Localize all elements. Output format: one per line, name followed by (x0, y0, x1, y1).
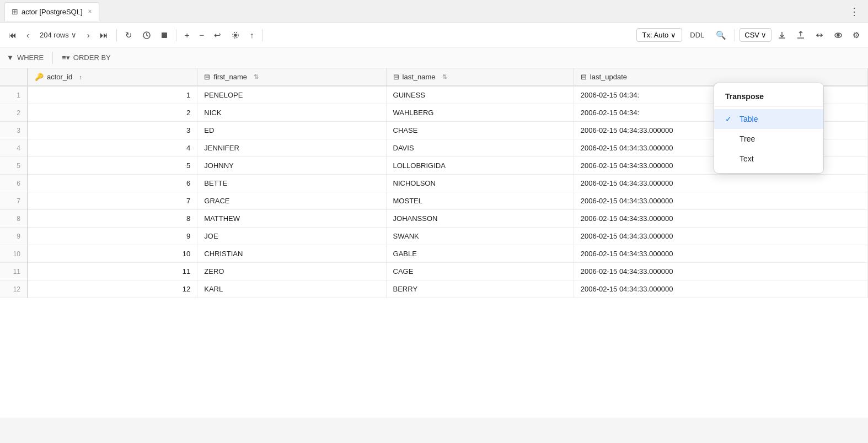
first-name-cell[interactable]: JOHNNY (197, 157, 386, 175)
last-update-cell[interactable]: 2006-02-15 04:34:33.000000 (574, 175, 867, 192)
refresh-button[interactable]: ↻ (121, 28, 136, 43)
actor-id-cell[interactable]: 2 (28, 104, 197, 122)
last-page-button[interactable]: ⏭ (96, 28, 112, 42)
actor-id-cell[interactable]: 4 (28, 139, 197, 157)
first-name-cell[interactable]: PENELOPE (197, 86, 386, 104)
revert-button[interactable] (227, 28, 244, 42)
first-name-cell[interactable]: JENNIFER (197, 139, 386, 157)
stop-button[interactable] (157, 29, 172, 41)
last-name-label: last_name (403, 73, 436, 81)
last-name-sort-icon[interactable]: ⇅ (442, 73, 447, 80)
first-name-cell[interactable]: JOE (197, 228, 386, 245)
last-name-cell[interactable]: DAVIS (386, 139, 574, 157)
submit-button[interactable]: ↑ (246, 28, 258, 42)
settings-button[interactable]: ⚙ (849, 28, 864, 43)
next-page-button[interactable]: › (83, 28, 94, 42)
actor-id-cell[interactable]: 8 (28, 210, 197, 228)
svg-rect-1 (162, 33, 167, 38)
last-name-cell[interactable]: LOLLOBRIGIDA (386, 157, 574, 175)
last-name-cell[interactable]: NICHOLSON (386, 175, 574, 192)
last-name-header[interactable]: ⊟ last_name ⇅ (386, 68, 574, 86)
last-update-cell[interactable]: 2006-02-15 04:34:33.000000 (574, 210, 867, 228)
history-button[interactable] (138, 28, 155, 42)
order-icon: ≡▾ (62, 53, 70, 62)
filter-divider (52, 52, 53, 64)
first-name-cell[interactable]: CHRISTIAN (197, 245, 386, 263)
actor-id-cell[interactable]: 12 (28, 280, 197, 298)
download-button[interactable] (774, 28, 790, 42)
transpose-dropdown: Transpose ✓ Table Tree Text (714, 83, 824, 174)
view-button[interactable] (830, 28, 846, 42)
actor-id-sort-icon[interactable]: ↑ (79, 74, 82, 80)
first-name-cell[interactable]: GRACE (197, 192, 386, 210)
last-name-cell[interactable]: SWANK (386, 228, 574, 245)
actor-id-cell[interactable]: 6 (28, 175, 197, 192)
tab-more-button[interactable]: ⋮ (845, 3, 864, 20)
table-row: 9 9 JOE SWANK 2006-02-15 04:34:33.000000 (0, 228, 868, 245)
last-name-cell[interactable]: MOSTEL (386, 192, 574, 210)
actor-id-cell[interactable]: 7 (28, 192, 197, 210)
last-name-cell[interactable]: CHASE (386, 122, 574, 139)
last-name-cell[interactable]: BERRY (386, 280, 574, 298)
ddl-button[interactable]: DDL (684, 29, 710, 41)
transpose-table-label: Table (740, 115, 758, 123)
actor-id-cell[interactable]: 5 (28, 157, 197, 175)
svg-point-3 (234, 34, 237, 36)
remove-row-button[interactable]: − (196, 28, 208, 42)
first-page-button[interactable]: ⏮ (4, 28, 20, 42)
first-name-cell[interactable]: KARL (197, 280, 386, 298)
actor-id-label: actor_id (47, 73, 72, 81)
prev-page-button[interactable]: ‹ (23, 28, 33, 42)
actor-id-cell[interactable]: 10 (28, 245, 197, 263)
where-section: ▼ WHERE (7, 53, 44, 62)
row-number-cell: 1 (0, 86, 28, 104)
search-button[interactable]: 🔍 (712, 28, 730, 43)
row-number-header (0, 68, 28, 86)
last-update-cell[interactable]: 2006-02-15 04:34:33.000000 (574, 228, 867, 245)
actor-id-header[interactable]: 🔑 actor_id ↑ (28, 68, 197, 86)
rows-selector[interactable]: 204 rows ∨ (35, 29, 81, 41)
first-name-cell[interactable]: NICK (197, 104, 386, 122)
toolbar: ⏮ ‹ 204 rows ∨ › ⏭ ↻ + − ↩ ↑ Tx: Auto ∨ … (0, 23, 868, 47)
tx-chevron-icon: ∨ (671, 31, 676, 39)
csv-export-button[interactable]: CSV ∨ (740, 28, 771, 42)
last-name-cell[interactable]: GUINESS (386, 86, 574, 104)
toolbar-divider-4 (735, 29, 735, 41)
actor-id-cell[interactable]: 1 (28, 86, 197, 104)
first-name-cell[interactable]: ZERO (197, 263, 386, 280)
last-update-cell[interactable]: 2006-02-15 04:34:33.000000 (574, 280, 867, 298)
transaction-button[interactable]: Tx: Auto ∨ (636, 28, 683, 42)
tab-close-button[interactable]: × (88, 8, 92, 15)
last-update-cell[interactable]: 2006-02-15 04:34:33.000000 (574, 192, 867, 210)
actor-id-cell[interactable]: 9 (28, 228, 197, 245)
first-name-cell[interactable]: BETTE (197, 175, 386, 192)
table-row: 8 8 MATTHEW JOHANSSON 2006-02-15 04:34:3… (0, 210, 868, 228)
row-number-cell: 9 (0, 228, 28, 245)
actor-id-cell[interactable]: 11 (28, 263, 197, 280)
row-number-cell: 2 (0, 104, 28, 122)
transpose-dropdown-header: Transpose (714, 88, 823, 107)
last-update-cell[interactable]: 2006-02-15 04:34:33.000000 (574, 245, 867, 263)
actor-id-cell[interactable]: 3 (28, 122, 197, 139)
transpose-text-item[interactable]: Text (714, 149, 823, 169)
transpose-table-item[interactable]: ✓ Table (714, 109, 823, 129)
undo-button[interactable]: ↩ (210, 28, 225, 43)
last-name-cell[interactable]: JOHANSSON (386, 210, 574, 228)
last-name-cell[interactable]: GABLE (386, 245, 574, 263)
row-number-cell: 4 (0, 139, 28, 157)
tab-label: actor [PostgreSQL] (22, 8, 83, 16)
first-name-sort-icon[interactable]: ⇅ (254, 73, 259, 80)
first-name-cell[interactable]: ED (197, 122, 386, 139)
transpose-tree-item[interactable]: Tree (714, 129, 823, 149)
split-button[interactable] (811, 28, 828, 42)
first-name-cell[interactable]: MATTHEW (197, 210, 386, 228)
main-tab[interactable]: ⊞ actor [PostgreSQL] × (4, 2, 99, 21)
csv-chevron-icon: ∨ (761, 31, 767, 39)
first-name-header[interactable]: ⊟ first_name ⇅ (197, 68, 386, 86)
last-name-cell[interactable]: WAHLBERG (386, 104, 574, 122)
add-row-button[interactable]: + (181, 28, 194, 42)
row-number-cell: 5 (0, 157, 28, 175)
upload-button[interactable] (792, 28, 809, 42)
last-update-cell[interactable]: 2006-02-15 04:34:33.000000 (574, 263, 867, 280)
last-name-cell[interactable]: CAGE (386, 263, 574, 280)
